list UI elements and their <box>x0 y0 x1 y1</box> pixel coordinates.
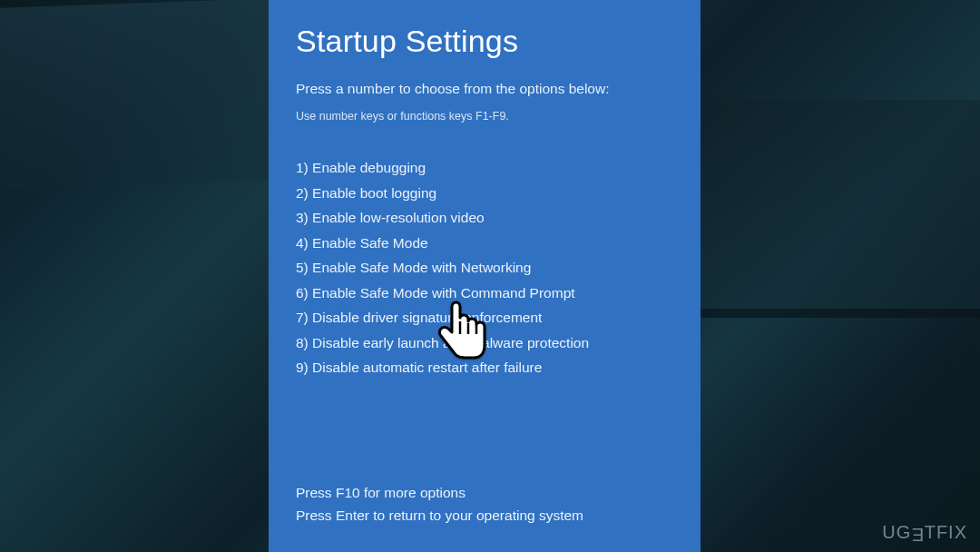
panel-hint: Use number keys or functions keys F1-F9. <box>296 110 673 123</box>
footer-return: Press Enter to return to your operating … <box>296 504 583 527</box>
panel-subtitle: Press a number to choose from the option… <box>296 81 673 97</box>
startup-settings-panel: Startup Settings Press a number to choos… <box>269 0 701 552</box>
page-title: Startup Settings <box>296 24 673 59</box>
option-boot-logging[interactable]: 2) Enable boot logging <box>296 181 673 206</box>
pointer-hand-icon <box>434 300 492 370</box>
background-shape <box>662 309 980 318</box>
footer-more-options: Press F10 for more options <box>296 481 583 504</box>
option-low-res-video[interactable]: 3) Enable low-resolution video <box>296 205 673 231</box>
watermark-logo: UGETFIX <box>882 522 967 543</box>
background-shape <box>690 100 980 309</box>
option-safe-mode-networking[interactable]: 5) Enable Safe Mode with Networking <box>296 255 673 281</box>
option-debugging[interactable]: 1) Enable debugging <box>296 155 673 181</box>
option-safe-mode[interactable]: 4) Enable Safe Mode <box>296 231 673 256</box>
panel-footer: Press F10 for more options Press Enter t… <box>296 481 583 527</box>
